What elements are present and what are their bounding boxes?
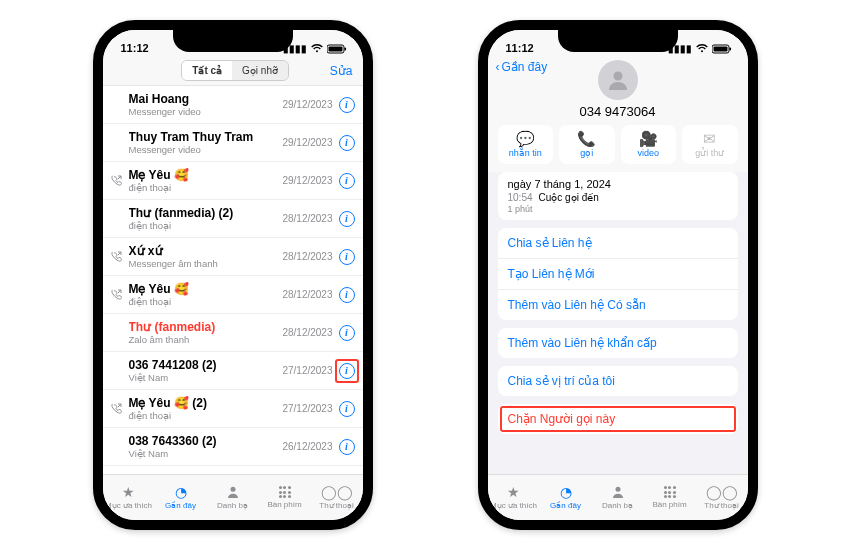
menu-group-3: Chia sẻ vị trí của tôi (498, 366, 738, 396)
battery-icon (327, 44, 347, 54)
tab-keypad[interactable]: Bàn phím (259, 475, 311, 520)
seg-all[interactable]: Tất cả (182, 61, 232, 80)
call-row[interactable]: Mẹ Yêu 🥰 (2) điện thoại 27/12/2023 i (103, 390, 363, 428)
tab-recent[interactable]: ◔Gần đây (155, 475, 207, 520)
tab-voicemail[interactable]: ◯◯Thư thoại (696, 475, 748, 520)
add-existing-contact[interactable]: Thêm vào Liên hệ Có sẵn (498, 289, 738, 320)
call-row[interactable]: 036 7441208 (2) Việt Nam 27/12/2023 i (103, 352, 363, 390)
status-time: 11:12 (506, 42, 534, 54)
detail-header: ‹ Gần đây 034 9473064 (488, 56, 748, 125)
call-date: 26/12/2023 (282, 441, 332, 452)
voicemail-icon: ◯◯ (321, 485, 353, 499)
info-icon[interactable]: i (339, 287, 355, 303)
action-buttons: 💬nhắn tin 📞gọi 🎥video ✉︎gửi thư (488, 125, 748, 172)
call-subtitle: điện thoại (129, 410, 283, 421)
video-button[interactable]: 🎥video (621, 125, 677, 164)
message-button[interactable]: 💬nhắn tin (498, 125, 554, 164)
outgoing-icon (109, 175, 125, 186)
tab-recent[interactable]: ◔Gần đây (540, 475, 592, 520)
tab-label: Danh bạ (217, 501, 248, 510)
info-icon[interactable]: i (339, 173, 355, 189)
segmented-control: Tất cả Gọi nhỡ (181, 60, 289, 81)
call-row[interactable]: Thư (fanmedia) Zalo âm thanh 28/12/2023 … (103, 314, 363, 352)
call-name: Thuy Tram Thuy Tram (129, 130, 283, 144)
tab-label: Gần đây (550, 501, 581, 510)
tab-favorites[interactable]: ★Mục ưa thích (488, 475, 540, 520)
call-date: 28/12/2023 (282, 213, 332, 224)
info-icon[interactable]: i (339, 325, 355, 341)
keypad-icon (664, 486, 676, 498)
call-name: Mẹ Yêu 🥰 (129, 168, 283, 182)
tab-label: Mục ưa thích (105, 501, 152, 510)
video-icon: 🎥 (639, 131, 658, 146)
clock-icon: ◔ (560, 485, 572, 499)
back-button[interactable]: ‹ Gần đây (496, 60, 548, 74)
call-row[interactable]: Mai Hoang Messenger video 29/12/2023 i (103, 86, 363, 124)
call-subtitle: Messenger âm thanh (129, 258, 283, 269)
tab-voicemail[interactable]: ◯◯Thư thoại (311, 475, 363, 520)
info-icon[interactable]: i (339, 363, 355, 379)
tab-contacts[interactable]: Danh bạ (207, 475, 259, 520)
call-row[interactable]: Thư (fanmedia) (2) điện thoại 28/12/2023… (103, 200, 363, 238)
info-icon[interactable]: i (339, 249, 355, 265)
call-subtitle: Việt Nam (129, 372, 283, 383)
outgoing-icon (109, 403, 125, 414)
call-date: 28/12/2023 (282, 289, 332, 300)
call-date: 28/12/2023 (282, 327, 332, 338)
tab-bar: ★Mục ưa thích ◔Gần đây Danh bạ Bàn phím … (103, 474, 363, 520)
call-button[interactable]: 📞gọi (559, 125, 615, 164)
call-row[interactable]: Mẹ Yêu 🥰 điện thoại 28/12/2023 i (103, 276, 363, 314)
info-icon[interactable]: i (339, 97, 355, 113)
voicemail-icon: ◯◯ (706, 485, 738, 499)
block-caller[interactable]: Chặn Người gọi này (498, 404, 738, 434)
svg-rect-2 (344, 47, 346, 50)
call-subtitle: Messenger video (129, 106, 283, 117)
info-icon[interactable]: i (339, 401, 355, 417)
share-contact[interactable]: Chia sẻ Liên hệ (498, 228, 738, 258)
call-entry: 10:54 Cuộc gọi đến (508, 192, 728, 203)
call-row[interactable]: Thuy Tram Thuy Tram Messenger video 29/1… (103, 124, 363, 162)
call-list[interactable]: Mai Hoang Messenger video 29/12/2023 i T… (103, 85, 363, 483)
svg-point-3 (230, 487, 235, 492)
call-subtitle: Việt Nam (129, 448, 283, 459)
header: Tất cả Gọi nhỡ Sửa (103, 56, 363, 85)
mail-button[interactable]: ✉︎gửi thư (682, 125, 738, 164)
call-row[interactable]: Xứ xứ Messenger âm thanh 28/12/2023 i (103, 238, 363, 276)
tab-keypad[interactable]: Bàn phím (644, 475, 696, 520)
add-emergency[interactable]: Thêm vào Liên hệ khẩn cấp (498, 328, 738, 358)
call-date: 29/12/2023 (282, 99, 332, 110)
mail-icon: ✉︎ (703, 131, 716, 146)
screen: 11:12 ▮▮▮▮ Tất cả Gọi nhỡ Sửa Mai Hoang (103, 30, 363, 520)
share-location[interactable]: Chia sẻ vị trí của tôi (498, 366, 738, 396)
tab-label: Thư thoại (319, 501, 353, 510)
outgoing-icon (109, 289, 125, 300)
seg-missed[interactable]: Gọi nhỡ (232, 61, 288, 80)
keypad-icon (279, 486, 291, 498)
menu-group-1: Chia sẻ Liên hệ Tạo Liên hệ Mới Thêm vào… (498, 228, 738, 320)
tab-label: Gần đây (165, 501, 196, 510)
tab-label: Bàn phím (267, 500, 301, 509)
tab-contacts[interactable]: Danh bạ (592, 475, 644, 520)
edit-button[interactable]: Sửa (330, 64, 353, 78)
create-contact[interactable]: Tạo Liên hệ Mới (498, 258, 738, 289)
notch (558, 30, 678, 52)
info-icon[interactable]: i (339, 439, 355, 455)
call-row[interactable]: 038 7643360 (2) Việt Nam 26/12/2023 i (103, 428, 363, 466)
call-date: ngày 7 tháng 1, 2024 (508, 178, 728, 190)
message-icon: 💬 (516, 131, 535, 146)
svg-rect-1 (328, 46, 342, 51)
call-name: Mai Hoang (129, 92, 283, 106)
call-date: 29/12/2023 (282, 175, 332, 186)
tab-favorites[interactable]: ★Mục ưa thích (103, 475, 155, 520)
call-subtitle: điện thoại (129, 220, 283, 231)
info-icon[interactable]: i (339, 211, 355, 227)
call-subtitle: Zalo âm thanh (129, 334, 283, 345)
call-date: 28/12/2023 (282, 251, 332, 262)
call-duration: 1 phút (508, 204, 728, 214)
call-row[interactable]: Mẹ Yêu 🥰 điện thoại 29/12/2023 i (103, 162, 363, 200)
star-icon: ★ (122, 485, 135, 499)
svg-point-7 (613, 72, 622, 81)
menu-group-2: Thêm vào Liên hệ khẩn cấp (498, 328, 738, 358)
info-icon[interactable]: i (339, 135, 355, 151)
svg-rect-6 (729, 47, 731, 50)
